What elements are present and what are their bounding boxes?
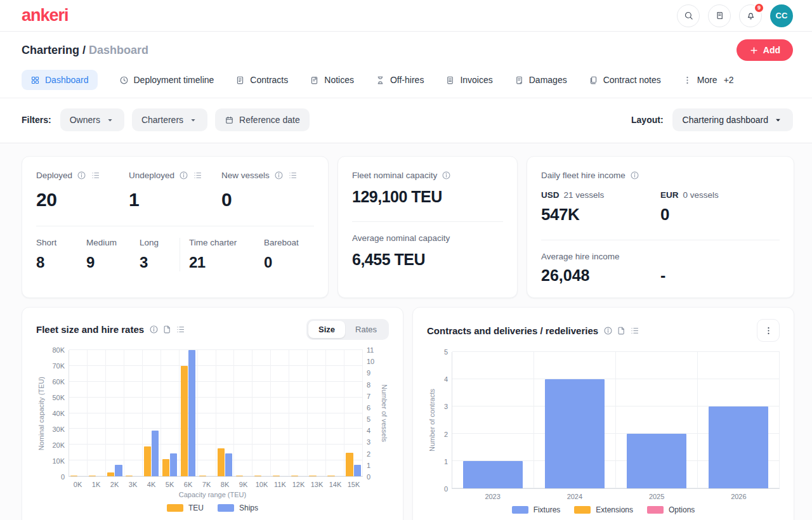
export-xls-icon[interactable] — [162, 325, 172, 334]
breakdown-long: Long 3 — [140, 238, 180, 271]
tab-dashboard[interactable]: Dashboard — [22, 70, 98, 90]
y-tick-label: 4 — [444, 375, 448, 383]
contracts-x-ticks: 2023202420252026 — [452, 493, 780, 500]
info-icon[interactable] — [149, 325, 159, 334]
contracts-chart: Number of contracts 543210 — [427, 352, 780, 489]
bar-ships — [170, 453, 177, 476]
bar-teu — [89, 476, 96, 476]
list-icon[interactable] — [193, 171, 202, 180]
breakdown-short: Short 8 — [36, 238, 86, 271]
x-tick-label: 2026 — [698, 493, 780, 500]
breadcrumb-section[interactable]: Chartering / — [22, 44, 86, 56]
bar-ships — [115, 465, 122, 476]
y-tick-label: 0 — [444, 485, 448, 493]
list-icon[interactable] — [630, 326, 639, 335]
tab-contracts[interactable]: Contracts — [235, 75, 288, 85]
info-icon[interactable] — [274, 171, 284, 180]
bar-teu — [181, 366, 188, 476]
list-icon[interactable] — [176, 325, 185, 334]
x-tick-label: 15K — [344, 481, 363, 488]
logo[interactable]: ankeri — [22, 6, 69, 25]
chart-category — [124, 350, 143, 476]
owners-filter[interactable]: Owners — [60, 108, 124, 131]
bar-ships — [152, 431, 159, 476]
divider — [541, 240, 780, 240]
charterers-filter[interactable]: Charterers — [132, 108, 207, 131]
tab-invoices[interactable]: Invoices — [445, 75, 492, 85]
chart-category — [143, 350, 161, 476]
y-tick-label: 40K — [52, 410, 65, 417]
avatar[interactable]: CC — [770, 4, 793, 27]
toggle-rates[interactable]: Rates — [345, 321, 387, 338]
y-tick-label: 0 — [61, 473, 65, 481]
legend-item[interactable]: TEU — [167, 504, 204, 512]
bar-fixtures — [709, 406, 769, 488]
list-icon[interactable] — [91, 171, 100, 180]
notifications-button[interactable]: 9 — [739, 4, 762, 27]
tab-notices[interactable]: Notices — [310, 75, 354, 85]
contracts-chart-card: Contracts and deliveries / redeliveries … — [412, 307, 794, 520]
add-button[interactable]: Add — [737, 39, 793, 61]
legend-item[interactable]: Fixtures — [512, 505, 561, 514]
income-eur: EUR 0 vessels 0 — [660, 190, 780, 224]
info-icon[interactable] — [77, 171, 86, 180]
chart-category — [289, 350, 308, 476]
breadcrumb: Chartering / Dashboard — [22, 44, 148, 57]
bar-teu — [291, 476, 298, 476]
chart-menu-button[interactable] — [757, 319, 780, 342]
y-tick-label: 4 — [367, 427, 370, 434]
toggle-size[interactable]: Size — [308, 321, 345, 338]
y-tick-label: 6 — [367, 404, 370, 412]
list-icon[interactable] — [288, 171, 298, 180]
info-icon[interactable] — [442, 171, 451, 180]
info-icon[interactable] — [630, 171, 639, 180]
chart-category — [326, 350, 344, 476]
y-tick-label: 0 — [367, 473, 370, 481]
tab-deployment-timeline[interactable]: Deployment timeline — [119, 75, 214, 85]
more-count: +2 — [724, 75, 734, 85]
info-icon[interactable] — [603, 326, 613, 335]
bar-fixtures — [463, 461, 523, 488]
chart-category — [106, 350, 124, 476]
legend-item[interactable]: Options — [647, 505, 695, 514]
bar-fixtures — [545, 379, 605, 488]
y-tick-label: 3 — [367, 438, 370, 446]
fleet-chart-title: Fleet size and hire rates — [36, 324, 144, 335]
dashboard-content: Deployed 20 Undeployed 1 New vessels — [0, 143, 812, 520]
layout-select[interactable]: Chartering dashboard — [672, 108, 793, 131]
metric-new-vessels: New vessels 0 — [221, 171, 314, 211]
x-tick-label: 13K — [308, 481, 326, 488]
grid-icon — [30, 75, 40, 85]
y-tick-label: 2 — [444, 431, 448, 438]
legend-item[interactable]: Extensions — [574, 505, 633, 514]
fleet-y2-axis-label: Number of vessels — [381, 384, 388, 442]
damage-icon — [514, 75, 524, 85]
fleet-x-axis-label: Capacity range (TEU) — [36, 491, 389, 498]
fleet-legend: TEUShips — [36, 504, 389, 512]
tab-contract-notes[interactable]: Contract notes — [589, 75, 661, 85]
bar-teu — [126, 476, 133, 476]
info-icon[interactable] — [179, 171, 188, 180]
legend-label: Extensions — [596, 505, 633, 514]
avg-income-label: Average hire income — [541, 252, 780, 261]
bar-ships — [354, 465, 361, 476]
y-tick-label: 1 — [367, 462, 370, 469]
chart-category — [534, 352, 616, 488]
chart-category — [271, 350, 289, 476]
tab-more[interactable]: More +2 — [683, 75, 734, 85]
search-button[interactable] — [677, 4, 700, 27]
tab-off-hires[interactable]: Off-hires — [376, 75, 424, 85]
legend-item[interactable]: Ships — [218, 504, 258, 512]
y-tick-label: 3 — [444, 403, 448, 410]
export-xls-icon[interactable] — [617, 326, 626, 335]
chart-category — [88, 350, 106, 476]
fleet-x-ticks: 0K1K2K3K4K5K6K7K8K9K10K11K12K13K14K15K — [69, 481, 363, 488]
bar-teu — [254, 476, 261, 476]
legend-label: Ships — [239, 504, 258, 512]
avg-capacity-value: 6,455 TEU — [352, 250, 503, 269]
tab-damages[interactable]: Damages — [514, 75, 567, 85]
avg-income-eur: - — [660, 266, 780, 285]
contracts-y-axis-label: Number of contracts — [428, 389, 436, 452]
docs-button[interactable] — [708, 4, 731, 27]
reference-date-filter[interactable]: Reference date — [215, 108, 310, 131]
